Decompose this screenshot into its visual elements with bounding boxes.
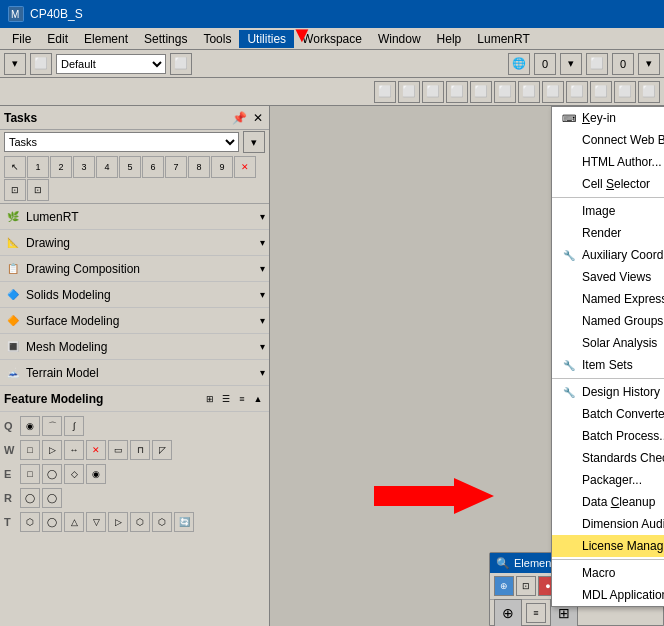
toolbar-btn-r1[interactable]: ⬜ bbox=[374, 81, 396, 103]
feature-tool-t4[interactable]: ▽ bbox=[86, 512, 106, 532]
toolbar-btn-0[interactable]: 0 bbox=[534, 53, 556, 75]
task-mesh-modeling[interactable]: 🔳 Mesh Modeling ▾ bbox=[0, 334, 269, 360]
feature-tool-r2[interactable]: ◯ bbox=[42, 488, 62, 508]
feature-tool-w2[interactable]: ▷ bbox=[42, 440, 62, 460]
fm-icon-up[interactable]: ▲ bbox=[251, 392, 265, 406]
tool-5[interactable]: 5 bbox=[119, 156, 141, 178]
menu-workspace[interactable]: Workspace bbox=[294, 30, 370, 48]
es-bottom-btn[interactable]: ≡ bbox=[526, 603, 546, 623]
menu-edit[interactable]: Edit bbox=[39, 30, 76, 48]
menu-lumenrt[interactable]: LumenRT bbox=[469, 30, 537, 48]
fm-icon-list2[interactable]: ≡ bbox=[235, 392, 249, 406]
feature-tool-e2[interactable]: ◯ bbox=[42, 464, 62, 484]
toolbar-btn-new[interactable]: ⬜ bbox=[30, 53, 52, 75]
dropdown-item-macro[interactable]: Macro ▶ bbox=[552, 562, 664, 584]
dropdown-item-dimension-audit[interactable]: Dimension Audit bbox=[552, 513, 664, 535]
feature-tool-q2[interactable]: ⌒ bbox=[42, 416, 62, 436]
toolbar-btn-r8[interactable]: ⬜ bbox=[542, 81, 564, 103]
dropdown-item-solar-analysis[interactable]: Solar Analysis ▶ bbox=[552, 332, 664, 354]
es-large-icon-1[interactable]: ⊕ bbox=[494, 599, 522, 627]
menu-help[interactable]: Help bbox=[429, 30, 470, 48]
toolbar-btn-arrow[interactable]: ▾ bbox=[4, 53, 26, 75]
feature-tool-w5[interactable]: ▭ bbox=[108, 440, 128, 460]
dropdown-item-saved-views[interactable]: Saved Views bbox=[552, 266, 664, 288]
task-drawing[interactable]: 📐 Drawing ▾ bbox=[0, 230, 269, 256]
menu-window[interactable]: Window bbox=[370, 30, 429, 48]
feature-tool-t1[interactable]: ⬡ bbox=[20, 512, 40, 532]
tool-4[interactable]: 4 bbox=[96, 156, 118, 178]
toolbar-btn-r3[interactable]: ⬜ bbox=[422, 81, 444, 103]
toolbar-btn-arrow2[interactable]: ▾ bbox=[560, 53, 582, 75]
menu-element[interactable]: Element bbox=[76, 30, 136, 48]
toolbar-btn-0b[interactable]: 0 bbox=[612, 53, 634, 75]
toolbar-btn-globe[interactable]: 🌐 bbox=[508, 53, 530, 75]
toolbar-btn-r7[interactable]: ⬜ bbox=[518, 81, 540, 103]
task-lumenrt[interactable]: 🌿 LumenRT ▾ bbox=[0, 204, 269, 230]
dropdown-item-keyin[interactable]: ⌨ Key-in bbox=[552, 107, 664, 129]
dropdown-item-named-expressions[interactable]: Named Expressions bbox=[552, 288, 664, 310]
tool-9[interactable]: 9 bbox=[211, 156, 233, 178]
panel-pin-btn[interactable]: 📌 bbox=[230, 111, 249, 125]
feature-tool-q3[interactable]: ∫ bbox=[64, 416, 84, 436]
tool-cursor[interactable]: ↖ bbox=[4, 156, 26, 178]
toolbar-btn-r11[interactable]: ⬜ bbox=[614, 81, 636, 103]
toolbar-btn-r9[interactable]: ⬜ bbox=[566, 81, 588, 103]
tool-delete[interactable]: ✕ bbox=[234, 156, 256, 178]
feature-tool-t6[interactable]: ⬡ bbox=[130, 512, 150, 532]
task-drawing-composition[interactable]: 📋 Drawing Composition ▾ bbox=[0, 256, 269, 282]
tool-2[interactable]: 2 bbox=[50, 156, 72, 178]
menu-tools[interactable]: Tools bbox=[195, 30, 239, 48]
dropdown-item-cell-selector[interactable]: Cell Selector bbox=[552, 173, 664, 195]
tool-extra[interactable]: ⊡ bbox=[4, 179, 26, 201]
dropdown-item-render[interactable]: Render ▶ bbox=[552, 222, 664, 244]
feature-modeling-header[interactable]: Feature Modeling ⊞ ☰ ≡ ▲ bbox=[0, 386, 269, 412]
dropdown-item-design-history[interactable]: 🔧 Design History ▶ bbox=[552, 381, 664, 403]
es-btn-1[interactable]: ⊕ bbox=[494, 576, 514, 596]
toolbar-btn-r6[interactable]: ⬜ bbox=[494, 81, 516, 103]
toolbar-btn-3[interactable]: ⬜ bbox=[170, 53, 192, 75]
dropdown-item-packager[interactable]: Packager... bbox=[552, 469, 664, 491]
toolbar-btn-r2[interactable]: ⬜ bbox=[398, 81, 420, 103]
fm-icon-list[interactable]: ☰ bbox=[219, 392, 233, 406]
feature-tool-q1[interactable]: ◉ bbox=[20, 416, 40, 436]
dropdown-item-standards-checker[interactable]: Standards Checker ▶ bbox=[552, 447, 664, 469]
tasks-options-btn[interactable]: ▾ bbox=[243, 131, 265, 153]
tool-extra2[interactable]: ⊡ bbox=[27, 179, 49, 201]
tool-6[interactable]: 6 bbox=[142, 156, 164, 178]
tasks-select[interactable]: Tasks bbox=[4, 132, 239, 152]
task-solids-modeling[interactable]: 🔷 Solids Modeling ▾ bbox=[0, 282, 269, 308]
fm-icon-grid[interactable]: ⊞ bbox=[203, 392, 217, 406]
dropdown-item-mdl-applications[interactable]: MDL Applications bbox=[552, 584, 664, 606]
es-btn-2[interactable]: ⊡ bbox=[516, 576, 536, 596]
feature-tool-t7[interactable]: ⬡ bbox=[152, 512, 172, 532]
dropdown-item-data-cleanup[interactable]: Data Cleanup bbox=[552, 491, 664, 513]
dropdown-item-named-groups[interactable]: Named Groups bbox=[552, 310, 664, 332]
feature-tool-t8[interactable]: 🔄 bbox=[174, 512, 194, 532]
toolbar-btn-r10[interactable]: ⬜ bbox=[590, 81, 612, 103]
feature-tool-r1[interactable]: ◯ bbox=[20, 488, 40, 508]
toolbar-btn-r4[interactable]: ⬜ bbox=[446, 81, 468, 103]
dropdown-item-batch-process[interactable]: Batch Process... bbox=[552, 425, 664, 447]
feature-tool-w6[interactable]: ⊓ bbox=[130, 440, 150, 460]
tool-3[interactable]: 3 bbox=[73, 156, 95, 178]
feature-tool-w1[interactable]: □ bbox=[20, 440, 40, 460]
feature-tool-e3[interactable]: ◇ bbox=[64, 464, 84, 484]
toolbar-btn-r12[interactable]: ⬜ bbox=[638, 81, 660, 103]
menu-utilities[interactable]: Utilities bbox=[239, 30, 294, 48]
tool-1[interactable]: 1 bbox=[27, 156, 49, 178]
dropdown-item-image[interactable]: Image ▶ bbox=[552, 200, 664, 222]
toolbar-btn-arrow4[interactable]: ▾ bbox=[638, 53, 660, 75]
dropdown-item-license-management[interactable]: License Management... bbox=[552, 535, 664, 557]
menu-file[interactable]: File bbox=[4, 30, 39, 48]
dropdown-item-batch-converter[interactable]: Batch Converter... bbox=[552, 403, 664, 425]
feature-tool-e4[interactable]: ◉ bbox=[86, 464, 106, 484]
feature-tool-e1[interactable]: □ bbox=[20, 464, 40, 484]
feature-tool-w3[interactable]: ↔ bbox=[64, 440, 84, 460]
toolbar-default-select[interactable]: Default bbox=[56, 54, 166, 74]
toolbar-btn-arrow3[interactable]: ⬜ bbox=[586, 53, 608, 75]
dropdown-item-html-author[interactable]: HTML Author... bbox=[552, 151, 664, 173]
task-surface-modeling[interactable]: 🔶 Surface Modeling ▾ bbox=[0, 308, 269, 334]
tool-7[interactable]: 7 bbox=[165, 156, 187, 178]
toolbar-btn-r5[interactable]: ⬜ bbox=[470, 81, 492, 103]
feature-tool-t5[interactable]: ▷ bbox=[108, 512, 128, 532]
